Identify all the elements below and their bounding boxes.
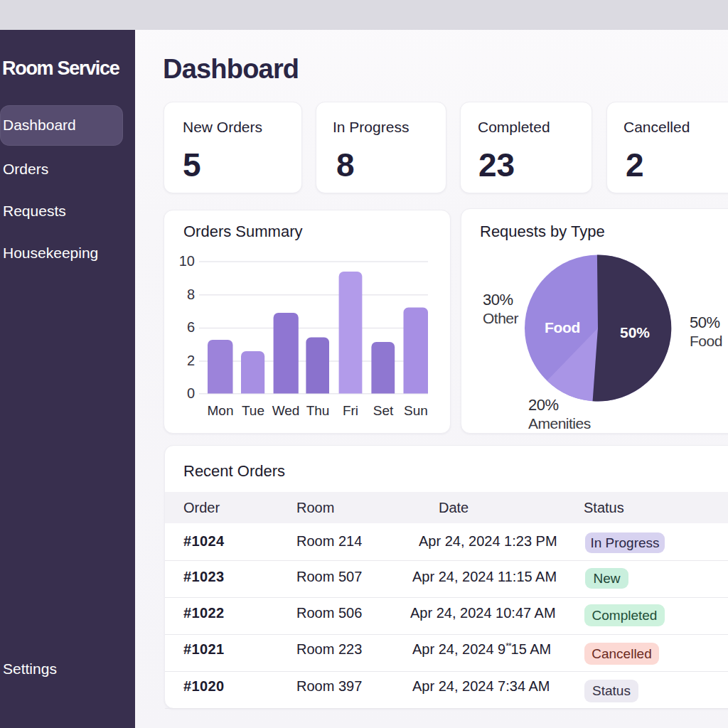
svg-text:8: 8: [187, 287, 195, 302]
svg-text:6: 6: [187, 319, 195, 335]
svg-text:Wed: Wed: [272, 403, 300, 418]
svg-text:Sun: Sun: [404, 403, 428, 418]
svg-text:10: 10: [179, 253, 195, 269]
svg-text:0: 0: [187, 385, 195, 401]
svg-text:Set: Set: [373, 403, 394, 418]
svg-text:Fri: Fri: [343, 403, 358, 418]
svg-text:Tue: Tue: [242, 403, 264, 418]
svg-text:Thu: Thu: [306, 403, 330, 418]
svg-text:2: 2: [187, 353, 195, 368]
svg-text:Mon: Mon: [208, 403, 234, 418]
